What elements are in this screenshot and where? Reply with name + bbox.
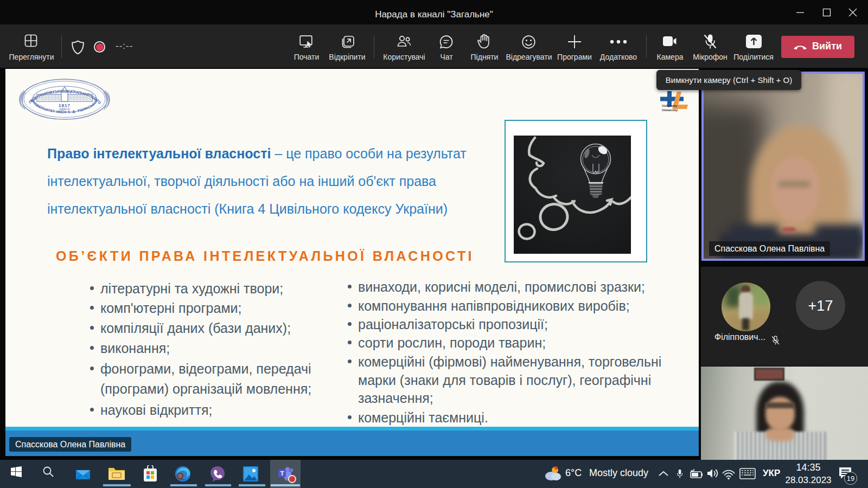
svg-text:University: University	[662, 108, 678, 112]
svg-text:T: T	[280, 470, 284, 477]
svg-text:ОДЕСА: ОДЕСА	[59, 107, 70, 111]
svg-text:Ushynsky: Ushynsky	[662, 104, 678, 107]
